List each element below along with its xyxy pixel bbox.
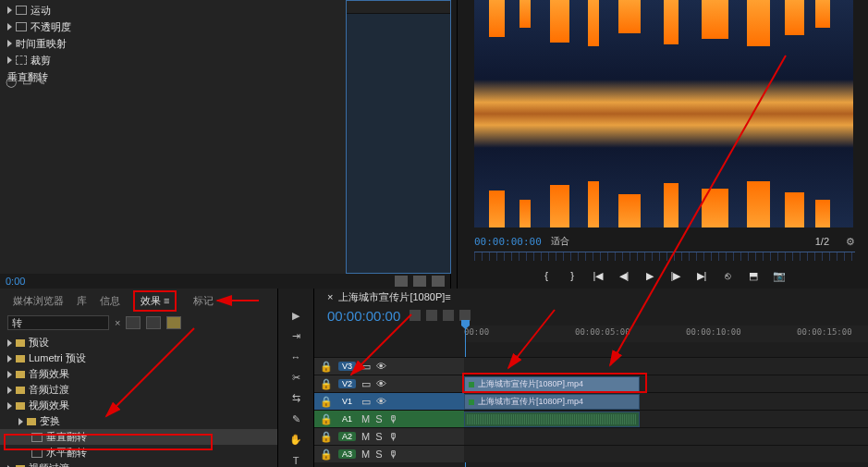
- category-label: 变换: [40, 414, 60, 428]
- clip-a1[interactable]: [464, 412, 640, 427]
- filter-icon-3[interactable]: [166, 316, 181, 329]
- track-header-v3[interactable]: 🔒V3▭👁: [314, 358, 464, 375]
- track-lane-a1[interactable]: [464, 411, 868, 427]
- effect-vertical-flip[interactable]: 垂直翻转: [0, 429, 277, 445]
- filter-icon-1[interactable]: [126, 316, 141, 329]
- step-fwd-button[interactable]: |▶: [669, 269, 682, 282]
- pen-mask-icon[interactable]: ✎: [37, 76, 45, 88]
- sequence-title: 上海城市宣传片[1080P]: [338, 290, 445, 304]
- clip-v1[interactable]: 上海城市宣传片[1080P].mp4: [464, 394, 640, 410]
- timeline-timecode-row: 00:00:00:00: [314, 305, 868, 326]
- track-lane-v2[interactable]: 上海城市宣传片[1080P].mp4: [464, 375, 868, 392]
- track-lane-v3[interactable]: [464, 358, 868, 375]
- category-label: 视频效果: [29, 399, 69, 412]
- hand-tool[interactable]: ✋: [287, 433, 305, 446]
- track-label: V2: [338, 379, 356, 388]
- fx-label: 运动: [31, 4, 51, 18]
- mark-in-button[interactable]: {: [540, 269, 553, 282]
- category-audio-trans[interactable]: 音频过渡: [0, 382, 277, 398]
- marker-icon[interactable]: [443, 310, 454, 321]
- ripple-tool[interactable]: ↔: [287, 350, 305, 363]
- pen-tool[interactable]: ✎: [287, 412, 305, 425]
- snap-icon[interactable]: [410, 310, 421, 321]
- track-header-v2[interactable]: 🔒V2▭👁: [314, 375, 464, 392]
- tab-media-browser[interactable]: 媒体浏览器: [13, 294, 64, 308]
- ruler-tick: 00:00:05:00: [575, 327, 630, 337]
- clip-label: 上海城市宣传片[1080P].mp4: [478, 396, 583, 408]
- category-video-fx[interactable]: 视频效果: [0, 398, 277, 413]
- effect-horizontal-flip[interactable]: 水平翻转: [0, 445, 277, 461]
- link-icon[interactable]: [426, 310, 437, 321]
- footer-icon[interactable]: [432, 276, 445, 287]
- effect-timecode[interactable]: 0:00: [6, 276, 25, 287]
- monitor-viewport[interactable]: [474, 0, 853, 227]
- step-back-button[interactable]: ◀|: [617, 269, 630, 282]
- category-presets[interactable]: 预设: [0, 335, 277, 350]
- track-header-a3[interactable]: 🔒A3MS🎙: [314, 446, 464, 462]
- tools-column: ▶ ⇥ ↔ ✂ ⇆ ✎ ✋ T: [277, 289, 314, 467]
- settings-icon[interactable]: [459, 310, 471, 321]
- track-select-tool[interactable]: ⇥: [287, 329, 305, 342]
- lift-button[interactable]: ⎋: [721, 269, 734, 282]
- export-frame-button[interactable]: ⬒: [747, 269, 760, 282]
- timeline-option-icons: [410, 310, 471, 321]
- clip-v2[interactable]: 上海城市宣传片[1080P].mp4: [464, 376, 640, 392]
- track-lane-a2[interactable]: [464, 428, 868, 445]
- tab-library[interactable]: 库: [77, 294, 87, 308]
- ruler-tick: 00:00: [464, 327, 489, 337]
- category-audio-fx[interactable]: 音频效果: [0, 366, 277, 382]
- monitor-zoom[interactable]: 1/2: [815, 236, 829, 247]
- footer-icon[interactable]: [395, 276, 408, 287]
- effect-controls-panel: 运动 不透明度 时间重映射 裁剪 垂直翻转 ◯ ▭ ✎ 0:00: [0, 0, 451, 289]
- category-label: 音频效果: [29, 367, 69, 381]
- monitor-transport: { } |◀ ◀| ▶ |▶ ▶| ⎋ ⬒ 📷: [458, 266, 868, 285]
- fx-label: 时间重映射: [16, 37, 67, 51]
- goto-in-button[interactable]: |◀: [592, 269, 605, 282]
- effects-tree: 预设 Lumetri 预设 音频效果 音频过渡 视频效果 变换 垂直翻转 水平翻…: [0, 333, 277, 467]
- track-header-a2[interactable]: 🔒A2MS🎙: [314, 428, 464, 445]
- program-monitor: 00:00:00:00 适合 1/2 ⚙ { } |◀ ◀| ▶ |▶ ▶| ⎋…: [457, 0, 868, 289]
- tab-markers[interactable]: 标记: [193, 294, 214, 308]
- effects-browser-panel: 媒体浏览器 库 信息 效果 ≡ 标记 转 × 预设 Lumetri 预设 音频效…: [0, 289, 277, 467]
- track-label: V3: [338, 362, 356, 371]
- effects-search-row: 转 ×: [0, 313, 277, 333]
- mark-out-button[interactable]: }: [566, 269, 579, 282]
- timeline-ruler[interactable]: 00:00 00:00:05:00 00:00:10:00 00:00:15:0…: [464, 326, 868, 342]
- track-lane-v1[interactable]: 上海城市宣传片[1080P].mp4: [464, 393, 868, 410]
- monitor-fit-label[interactable]: 适合: [551, 235, 569, 248]
- effects-search-input[interactable]: [7, 315, 109, 330]
- monitor-scrubber[interactable]: [474, 252, 855, 261]
- tab-effects[interactable]: 效果 ≡: [133, 290, 177, 312]
- goto-out-button[interactable]: ▶|: [695, 269, 708, 282]
- effect-label: 垂直翻转: [46, 430, 87, 444]
- timeline-panel: × 上海城市宣传片[1080P] ≡ 00:00:00:00 00:00 00:…: [314, 289, 868, 467]
- slip-tool[interactable]: ⇆: [287, 392, 305, 405]
- fx-label: 裁剪: [31, 54, 51, 68]
- selection-tool[interactable]: ▶: [287, 309, 305, 322]
- type-tool[interactable]: T: [287, 454, 305, 467]
- effect-controls-footer: 0:00: [0, 274, 450, 289]
- clear-search-button[interactable]: ×: [115, 317, 120, 328]
- settings-icon[interactable]: ⚙: [846, 236, 855, 248]
- tab-info[interactable]: 信息: [100, 294, 120, 308]
- keyframe-area[interactable]: [346, 0, 451, 274]
- track-lane-a3[interactable]: [464, 446, 868, 462]
- filter-icon-2[interactable]: [146, 316, 161, 329]
- clip-label: 上海城市宣传片[1080P].mp4: [478, 378, 583, 390]
- track-label: A3: [338, 449, 356, 459]
- category-video-trans[interactable]: 视频过渡: [0, 461, 277, 467]
- monitor-timecode[interactable]: 00:00:00:00: [474, 236, 542, 248]
- category-label: Lumetri 预设: [29, 351, 86, 365]
- timeline-timecode[interactable]: 00:00:00:00: [327, 308, 400, 324]
- category-lumetri[interactable]: Lumetri 预设: [0, 350, 277, 366]
- keyframe-ruler[interactable]: [347, 1, 450, 14]
- play-button[interactable]: ▶: [643, 269, 656, 282]
- track-header-a1[interactable]: 🔒A1MS🎙: [314, 411, 464, 427]
- category-transform[interactable]: 变换: [0, 413, 277, 429]
- track-header-v1[interactable]: 🔒V1▭👁: [314, 393, 464, 410]
- razor-tool[interactable]: ✂: [287, 371, 305, 384]
- ellipse-mask-icon[interactable]: ◯: [6, 76, 17, 88]
- camera-icon[interactable]: 📷: [773, 269, 786, 282]
- rect-mask-icon[interactable]: ▭: [22, 76, 31, 88]
- footer-icon[interactable]: [413, 276, 426, 287]
